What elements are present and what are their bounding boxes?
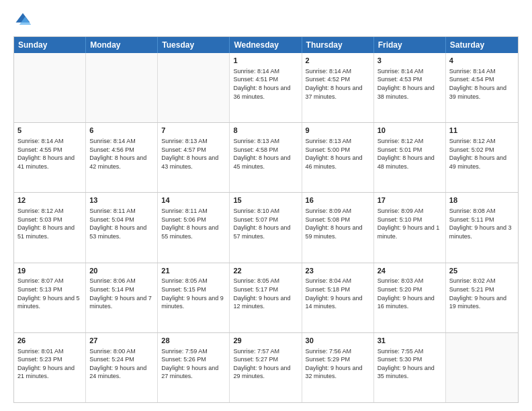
calendar-cell: 30Sunrise: 7:56 AM Sunset: 5:29 PM Dayli… [302,333,374,402]
calendar: SundayMondayTuesdayWednesdayThursdayFrid… [13,36,519,403]
calendar-cell: 26Sunrise: 8:01 AM Sunset: 5:23 PM Dayli… [14,333,86,402]
day-number: 11 [449,126,515,136]
day-number: 17 [378,195,442,205]
cell-text: Sunrise: 8:14 AM Sunset: 4:54 PM Dayligh… [449,67,515,101]
calendar-cell: 31Sunrise: 7:55 AM Sunset: 5:30 PM Dayli… [374,333,446,402]
calendar-header-cell: Saturday [446,37,518,53]
day-number: 23 [306,266,370,276]
day-number: 8 [233,126,298,136]
calendar-cell: 8Sunrise: 8:13 AM Sunset: 4:58 PM Daylig… [230,123,302,192]
calendar-header-cell: Sunday [14,37,86,53]
calendar-week: 1Sunrise: 8:14 AM Sunset: 4:51 PM Daylig… [14,53,518,123]
calendar-week: 19Sunrise: 8:07 AM Sunset: 5:13 PM Dayli… [14,263,518,333]
cell-text: Sunrise: 7:55 AM Sunset: 5:30 PM Dayligh… [378,347,442,381]
day-number: 30 [306,336,370,346]
day-number: 25 [449,266,515,276]
calendar-cell: 23Sunrise: 8:04 AM Sunset: 5:18 PM Dayli… [302,263,374,332]
cell-text: Sunrise: 8:14 AM Sunset: 4:51 PM Dayligh… [233,67,298,101]
calendar-cell: 24Sunrise: 8:03 AM Sunset: 5:20 PM Dayli… [374,263,446,332]
cell-text: Sunrise: 8:13 AM Sunset: 4:58 PM Dayligh… [233,137,298,171]
calendar-cell: 3Sunrise: 8:14 AM Sunset: 4:53 PM Daylig… [374,53,446,122]
calendar-cell: 11Sunrise: 8:12 AM Sunset: 5:02 PM Dayli… [446,123,518,192]
calendar-cell: 9Sunrise: 8:13 AM Sunset: 5:00 PM Daylig… [302,123,374,192]
cell-text: Sunrise: 8:02 AM Sunset: 5:21 PM Dayligh… [449,277,515,310]
cell-text: Sunrise: 8:09 AM Sunset: 5:10 PM Dayligh… [378,207,442,240]
calendar-cell: 13Sunrise: 8:11 AM Sunset: 5:04 PM Dayli… [86,193,158,262]
day-number: 16 [306,195,370,205]
cell-text: Sunrise: 7:59 AM Sunset: 5:26 PM Dayligh… [161,347,226,381]
calendar-cell [86,53,158,122]
day-number: 10 [378,126,442,136]
calendar-cell: 21Sunrise: 8:05 AM Sunset: 5:15 PM Dayli… [158,263,230,332]
day-number: 6 [89,126,154,136]
cell-text: Sunrise: 8:14 AM Sunset: 4:56 PM Dayligh… [89,137,154,171]
calendar-cell: 18Sunrise: 8:08 AM Sunset: 5:11 PM Dayli… [446,193,518,262]
day-number: 5 [17,126,82,136]
cell-text: Sunrise: 8:05 AM Sunset: 5:17 PM Dayligh… [233,277,298,310]
day-number: 28 [161,336,226,346]
page: SundayMondayTuesdayWednesdayThursdayFrid… [0,0,532,411]
cell-text: Sunrise: 8:12 AM Sunset: 5:01 PM Dayligh… [378,137,442,171]
cell-text: Sunrise: 8:00 AM Sunset: 5:24 PM Dayligh… [89,347,154,381]
day-number: 21 [161,266,226,276]
calendar-cell: 25Sunrise: 8:02 AM Sunset: 5:21 PM Dayli… [446,263,518,332]
day-number: 12 [17,195,82,205]
cell-text: Sunrise: 8:10 AM Sunset: 5:07 PM Dayligh… [233,207,298,240]
cell-text: Sunrise: 8:09 AM Sunset: 5:08 PM Dayligh… [306,207,370,240]
day-number: 7 [161,126,226,136]
calendar-cell: 19Sunrise: 8:07 AM Sunset: 5:13 PM Dayli… [14,263,86,332]
calendar-cell: 4Sunrise: 8:14 AM Sunset: 4:54 PM Daylig… [446,53,518,122]
cell-text: Sunrise: 8:12 AM Sunset: 5:03 PM Dayligh… [17,207,82,240]
cell-text: Sunrise: 8:12 AM Sunset: 5:02 PM Dayligh… [449,137,515,171]
day-number: 15 [233,195,298,205]
day-number: 3 [378,56,442,66]
calendar-cell: 7Sunrise: 8:13 AM Sunset: 4:57 PM Daylig… [158,123,230,192]
calendar-cell: 6Sunrise: 8:14 AM Sunset: 4:56 PM Daylig… [86,123,158,192]
cell-text: Sunrise: 8:04 AM Sunset: 5:18 PM Dayligh… [306,277,370,310]
day-number: 13 [89,195,154,205]
calendar-header-cell: Friday [374,37,446,53]
calendar-cell: 15Sunrise: 8:10 AM Sunset: 5:07 PM Dayli… [230,193,302,262]
day-number: 14 [161,195,226,205]
logo [13,11,35,30]
calendar-cell: 14Sunrise: 8:11 AM Sunset: 5:06 PM Dayli… [158,193,230,262]
calendar-cell [158,53,230,122]
day-number: 9 [306,126,370,136]
calendar-header-cell: Monday [86,37,158,53]
calendar-cell: 16Sunrise: 8:09 AM Sunset: 5:08 PM Dayli… [302,193,374,262]
day-number: 27 [89,336,154,346]
calendar-body: 1Sunrise: 8:14 AM Sunset: 4:51 PM Daylig… [14,53,518,402]
cell-text: Sunrise: 8:05 AM Sunset: 5:15 PM Dayligh… [161,277,226,310]
header [13,11,519,30]
calendar-cell: 27Sunrise: 8:00 AM Sunset: 5:24 PM Dayli… [86,333,158,402]
cell-text: Sunrise: 7:56 AM Sunset: 5:29 PM Dayligh… [306,347,370,381]
cell-text: Sunrise: 8:07 AM Sunset: 5:13 PM Dayligh… [17,277,82,310]
calendar-cell: 1Sunrise: 8:14 AM Sunset: 4:51 PM Daylig… [230,53,302,122]
cell-text: Sunrise: 8:14 AM Sunset: 4:52 PM Dayligh… [306,67,370,101]
cell-text: Sunrise: 8:11 AM Sunset: 5:06 PM Dayligh… [161,207,226,240]
calendar-cell: 22Sunrise: 8:05 AM Sunset: 5:17 PM Dayli… [230,263,302,332]
day-number: 2 [306,56,370,66]
cell-text: Sunrise: 8:11 AM Sunset: 5:04 PM Dayligh… [89,207,154,240]
calendar-header-cell: Tuesday [158,37,230,53]
cell-text: Sunrise: 8:01 AM Sunset: 5:23 PM Dayligh… [17,347,82,381]
cell-text: Sunrise: 8:06 AM Sunset: 5:14 PM Dayligh… [89,277,154,310]
day-number: 1 [233,56,298,66]
calendar-cell: 2Sunrise: 8:14 AM Sunset: 4:52 PM Daylig… [302,53,374,122]
calendar-cell [14,53,86,122]
cell-text: Sunrise: 8:14 AM Sunset: 4:55 PM Dayligh… [17,137,82,171]
calendar-header-cell: Wednesday [230,37,302,53]
day-number: 31 [378,336,442,346]
calendar-cell: 20Sunrise: 8:06 AM Sunset: 5:14 PM Dayli… [86,263,158,332]
cell-text: Sunrise: 8:13 AM Sunset: 4:57 PM Dayligh… [161,137,226,171]
day-number: 19 [17,266,82,276]
calendar-header-cell: Thursday [302,37,374,53]
calendar-cell: 12Sunrise: 8:12 AM Sunset: 5:03 PM Dayli… [14,193,86,262]
day-number: 18 [449,195,515,205]
cell-text: Sunrise: 8:14 AM Sunset: 4:53 PM Dayligh… [378,67,442,101]
calendar-week: 5Sunrise: 8:14 AM Sunset: 4:55 PM Daylig… [14,123,518,193]
calendar-week: 12Sunrise: 8:12 AM Sunset: 5:03 PM Dayli… [14,193,518,263]
calendar-cell [446,333,518,402]
day-number: 29 [233,336,298,346]
logo-icon [13,11,32,30]
